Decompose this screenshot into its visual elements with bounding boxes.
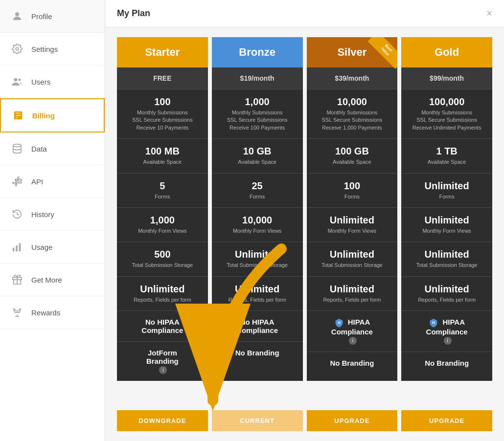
bronze-submissions: 1,000 Monthly SubmissionsSSL Secure Subm… [212,89,303,138]
sidebar-item-history[interactable]: History [0,198,105,231]
upgrade-silver-button[interactable]: UPGRADE [307,410,398,431]
starter-header: Starter [117,37,208,67]
starter-submission-storage: 500 Total Submission Storage [117,242,208,276]
bronze-price: $19/month [212,67,303,89]
svg-rect-7 [19,243,21,252]
sidebar-item-users[interactable]: Users [0,66,105,98]
svg-text:H: H [432,320,435,325]
current-button[interactable]: CURRENT [212,410,303,431]
sidebar-label-users: Users [31,78,50,86]
sidebar-item-data[interactable]: Data [0,132,105,165]
bronze-forms: 25 Forms [212,173,303,207]
data-icon [10,141,24,156]
gold-reports: Unlimited Reports, Fields per form [401,276,492,310]
sidebar-label-profile: Profile [31,12,52,21]
gold-hipaa: H HIPAACompliance i [401,310,492,352]
plans-grid: Starter FREE 100 Monthly SubmissionsSSL … [115,37,494,381]
gold-header: Gold [401,37,492,67]
bronze-branding: No Branding [212,341,303,364]
gold-branding: No Branding [401,352,492,374]
bronze-reports: Unlimited Reports, Fields per form [212,276,303,310]
billing-icon [11,108,25,123]
silver-reports: Unlimited Reports, Fields per form [307,276,398,310]
svg-point-4 [13,144,22,147]
svg-point-2 [14,78,18,82]
sidebar-item-api[interactable]: API [0,165,105,198]
profile-icon [10,9,24,23]
sidebar-label-api: API [31,177,43,186]
close-button[interactable]: × [486,8,492,19]
main-header: My Plan × [105,0,504,27]
plans-buttons: DOWNGRADE CURRENT UPGRADE UPGRADE [105,405,504,441]
sidebar-label-data: Data [31,145,47,153]
users-icon [10,74,24,89]
branding-info-icon[interactable]: i [159,366,167,374]
silver-hipaa: H HIPAACompliance i [307,310,398,352]
sidebar-label-rewards: Rewards [31,309,60,317]
sidebar-item-rewards[interactable]: Rewards [0,296,105,329]
starter-reports: Unlimited Reports, Fields per form [117,276,208,310]
starter-forms: 5 Forms [117,173,208,207]
sidebar-item-profile[interactable]: Profile [0,0,105,33]
getmore-icon [10,272,24,287]
gold-submission-storage: Unlimited Total Submission Storage [401,242,492,276]
sidebar-item-settings[interactable]: Settings [0,33,105,66]
starter-price: FREE [117,67,208,89]
svg-text:H: H [337,320,340,325]
bronze-hipaa: No HIPAACompliance [212,310,303,341]
starter-submissions: 100 Monthly SubmissionsSSL Secure Submis… [117,89,208,138]
silver-branding: No Branding [307,352,398,374]
sidebar-label-getmore: Get More [31,276,62,284]
sidebar: Profile Settings Users Billing Data API [0,0,105,441]
plan-bronze: Bronze $19/month 1,000 Monthly Submissio… [212,37,303,381]
plan-silver: BestValue Silver $39/month 10,000 Monthl… [307,37,398,381]
sidebar-label-history: History [31,210,54,219]
svg-point-1 [16,47,19,50]
api-icon [10,174,24,189]
gold-forms: Unlimited Forms [401,173,492,207]
sidebar-label-usage: Usage [31,243,52,251]
gold-storage: 1 TB Available Space [401,138,492,173]
gold-price: $99/month [401,67,492,89]
bronze-form-views: 10,000 Monthly Form Views [212,207,303,242]
starter-form-views: 1,000 Monthly Form Views [117,207,208,242]
sidebar-item-usage[interactable]: Usage [0,231,105,264]
silver-submissions: 10,000 Monthly SubmissionsSSL Secure Sub… [307,89,398,138]
svg-rect-6 [16,245,18,251]
silver-form-views: Unlimited Monthly Form Views [307,207,398,242]
plan-starter: Starter FREE 100 Monthly SubmissionsSSL … [117,37,208,381]
page-title: My Plan [117,8,150,19]
sidebar-item-billing[interactable]: Billing [0,98,105,132]
svg-rect-5 [13,248,15,251]
upgrade-gold-button[interactable]: UPGRADE [401,410,492,431]
rewards-icon [10,305,24,320]
gold-hipaa-info-icon[interactable]: i [444,337,452,345]
history-icon [10,207,24,221]
starter-branding: JotFormBranding i [117,341,208,381]
silver-submission-storage: Unlimited Total Submission Storage [307,242,398,276]
sidebar-item-getmore[interactable]: Get More [0,264,105,296]
settings-icon [10,42,24,56]
silver-storage: 100 GB Available Space [307,138,398,173]
svg-point-0 [15,12,19,16]
main-content: My Plan × Starter FREE 100 Monthly Submi… [105,0,504,441]
gold-form-views: Unlimited Monthly Form Views [401,207,492,242]
silver-forms: 100 Forms [307,173,398,207]
plans-wrapper: Starter FREE 100 Monthly SubmissionsSSL … [105,27,504,405]
svg-point-3 [19,79,21,81]
silver-hipaa-info-icon[interactable]: i [349,337,357,345]
starter-hipaa: No HIPAACompliance [117,310,208,341]
bronze-submission-storage: Unlimited Total Submission Storage [212,242,303,276]
gold-submissions: 100,000 Monthly SubmissionsSSL Secure Su… [401,89,492,138]
downgrade-button[interactable]: DOWNGRADE [117,410,208,431]
starter-storage: 100 MB Available Space [117,138,208,173]
plan-gold: Gold $99/month 100,000 Monthly Submissio… [401,37,492,381]
best-value-ribbon: BestValue [363,37,397,71]
sidebar-label-settings: Settings [31,45,58,53]
bronze-storage: 10 GB Available Space [212,138,303,173]
sidebar-label-billing: Billing [32,111,55,120]
bronze-header: Bronze [212,37,303,67]
usage-icon [10,240,24,254]
